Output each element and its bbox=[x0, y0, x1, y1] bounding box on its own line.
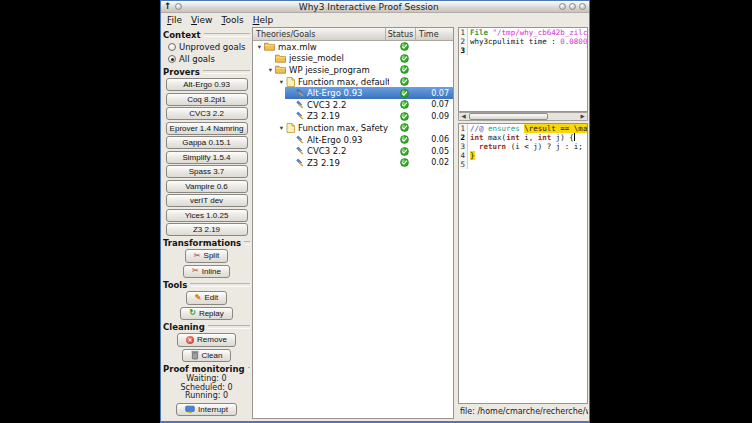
tree-row-cvc3-default[interactable]: CVC3 2.2 0.07 bbox=[253, 99, 453, 111]
menu-view[interactable]: View bbox=[187, 14, 216, 26]
source-code-view[interactable]: 1//@ ensures \result == \max(i,j); 2int … bbox=[458, 123, 588, 404]
monitoring-section-title: Proof monitoring bbox=[163, 364, 250, 374]
prover-eprover-button[interactable]: Eprover 1.4 Namring bbox=[166, 122, 248, 135]
prover-vampire-button[interactable]: Vampire 0.6 bbox=[166, 180, 248, 193]
radio-selected-icon[interactable] bbox=[168, 55, 176, 63]
horizontal-scrollbar[interactable]: ◀ ▶ bbox=[458, 112, 588, 121]
prover-icon bbox=[294, 158, 304, 168]
folder-icon bbox=[275, 54, 286, 63]
source-line bbox=[468, 160, 470, 169]
radio-icon[interactable] bbox=[168, 43, 176, 51]
theories-goals-panel: Theories/Goals Status Time ▾ max.mlw bbox=[252, 27, 454, 419]
source-line: int max(int i, int j) { bbox=[468, 133, 575, 142]
output-line bbox=[468, 46, 470, 55]
interrupt-button[interactable]: Interrupt bbox=[176, 403, 237, 417]
tree-row-z3-default[interactable]: Z3 2.19 0.09 bbox=[253, 111, 453, 123]
time-value: 0.07 bbox=[419, 89, 453, 98]
transformations-section-title: Transformations bbox=[163, 238, 250, 248]
tree-row-jessie-model[interactable]: jessie_model bbox=[253, 53, 453, 65]
expander-icon[interactable]: ▾ bbox=[255, 43, 264, 51]
radio-unproved-goals[interactable]: Unproved goals bbox=[163, 41, 250, 53]
split-icon: ✂ bbox=[194, 252, 201, 260]
time-value: 0.02 bbox=[419, 158, 453, 167]
prover-icon bbox=[294, 146, 304, 156]
window-menu-button[interactable] bbox=[175, 3, 182, 10]
statusbar-file-path: file: /home/cmarche/recherche/why2-n bbox=[458, 404, 588, 419]
column-time[interactable]: Time bbox=[415, 28, 453, 40]
tree-row-altergo-selected[interactable]: Alt-Ergo 0.93 0.07 bbox=[253, 87, 453, 99]
output-line: File "/tmp/why_cb642b_zilch-zilch- bbox=[468, 28, 588, 37]
menu-file[interactable]: File bbox=[163, 14, 186, 26]
status-ok-icon bbox=[400, 77, 409, 86]
scroll-left-icon[interactable]: ◀ bbox=[459, 113, 468, 120]
status-ok-icon bbox=[400, 89, 409, 98]
radio-all-goals[interactable]: All goals bbox=[163, 53, 250, 65]
prover-z3-button[interactable]: Z3 2.19 bbox=[166, 223, 248, 236]
status-ok-icon bbox=[400, 123, 409, 132]
tree-row-cvc3-safety[interactable]: CVC3 2.2 0.05 bbox=[253, 145, 453, 157]
prover-output-view[interactable]: 1File "/tmp/why_cb642b_zilch-zilch- 2why… bbox=[458, 27, 588, 112]
file-icon bbox=[286, 123, 295, 133]
menu-tools[interactable]: Tools bbox=[217, 14, 247, 26]
status-ok-icon bbox=[400, 135, 409, 144]
remove-icon: ✕ bbox=[186, 336, 194, 344]
time-value: 0.05 bbox=[419, 147, 453, 156]
prover-icon bbox=[294, 135, 304, 145]
status-ok-icon bbox=[400, 147, 409, 156]
prover-simplify-button[interactable]: Simplify 1.5.4 bbox=[166, 151, 248, 164]
tree-row-max-mlw[interactable]: ▾ max.mlw bbox=[253, 41, 453, 53]
prover-cvc3-button[interactable]: CVC3 2.2 bbox=[166, 107, 248, 120]
edit-pencil-icon: ✎ bbox=[195, 294, 202, 302]
prover-verit-button[interactable]: verIT dev bbox=[166, 194, 248, 207]
tree-row-wp-jessie-program[interactable]: ▾ WP jessie_program bbox=[253, 64, 453, 76]
source-line: } bbox=[468, 151, 475, 160]
app-icon: ↑ bbox=[164, 2, 172, 11]
close-button[interactable] bbox=[579, 3, 586, 10]
maximize-button[interactable] bbox=[569, 3, 576, 10]
column-status[interactable]: Status bbox=[385, 28, 415, 40]
prover-yices-button[interactable]: Yices 1.0.25 bbox=[166, 209, 248, 222]
context-section-title: Context bbox=[163, 30, 250, 40]
tree-row-function-max-safety[interactable]: ▾ Function max, Safety bbox=[253, 122, 453, 134]
sidebar: Context Unproved goals All goals Provers… bbox=[161, 27, 252, 419]
prover-altergo-button[interactable]: Alt-Ergo 0.93 bbox=[166, 78, 248, 91]
tree-row-altergo-safety[interactable]: Alt-Ergo 0.93 0.06 bbox=[253, 134, 453, 146]
expander-icon[interactable]: ▾ bbox=[277, 124, 286, 132]
column-theories-goals[interactable]: Theories/Goals bbox=[253, 28, 385, 40]
prover-icon bbox=[294, 111, 304, 121]
status-ok-icon bbox=[400, 42, 409, 51]
prover-icon bbox=[294, 88, 304, 98]
scrollbar-thumb[interactable] bbox=[469, 113, 548, 120]
clean-button[interactable]: Clean bbox=[182, 349, 232, 363]
interrupt-monitor-icon bbox=[185, 405, 195, 414]
tree-row-function-max-default[interactable]: ▾ Function max, default behavior bbox=[253, 76, 453, 88]
cleaning-section-title: Cleaning bbox=[163, 322, 250, 332]
output-line: why3cpulimit time : 0.080000 s bbox=[468, 37, 588, 46]
status-ok-icon bbox=[400, 65, 409, 74]
expander-icon[interactable]: ▾ bbox=[266, 66, 275, 74]
window-title: Why3 Interactive Proof Session bbox=[182, 2, 556, 12]
expander-icon[interactable]: ▾ bbox=[277, 78, 286, 86]
edit-button[interactable]: ✎ Edit bbox=[186, 291, 228, 305]
time-value: 0.07 bbox=[419, 100, 453, 109]
tree-row-z3-safety[interactable]: Z3 2.19 0.02 bbox=[253, 157, 453, 169]
time-value: 0.06 bbox=[419, 135, 453, 144]
menu-help[interactable]: Help bbox=[249, 14, 278, 26]
status-ok-icon bbox=[400, 158, 409, 167]
source-line: return (i < j) ? j : i; bbox=[468, 142, 583, 151]
prover-spass-button[interactable]: Spass 3.7 bbox=[166, 165, 248, 178]
status-ok-icon bbox=[400, 54, 409, 63]
prover-coq-button[interactable]: Coq 8.2pl1 bbox=[166, 93, 248, 106]
scroll-right-icon[interactable]: ▶ bbox=[578, 113, 587, 120]
split-button[interactable]: ✂ Split bbox=[185, 249, 228, 263]
minimize-button[interactable] bbox=[559, 3, 566, 10]
tools-section-title: Tools bbox=[163, 280, 250, 290]
inline-button[interactable]: ✂ Inline bbox=[183, 265, 230, 279]
time-value: 0.09 bbox=[419, 112, 453, 121]
prover-gappa-button[interactable]: Gappa 0.15.1 bbox=[166, 136, 248, 149]
folder-icon bbox=[275, 65, 286, 74]
remove-button[interactable]: ✕ Remove bbox=[177, 333, 236, 347]
replay-button[interactable]: ↻ Replay bbox=[180, 307, 233, 321]
replay-refresh-icon: ↻ bbox=[189, 309, 196, 317]
provers-section-title: Provers bbox=[163, 67, 250, 77]
